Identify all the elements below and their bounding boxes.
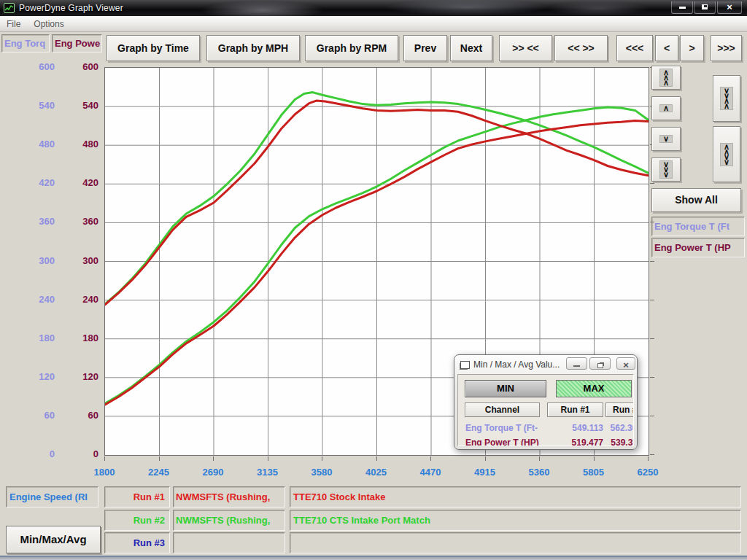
x-axis-tick <box>213 456 214 461</box>
close-icon: × <box>623 359 629 370</box>
chevron-glyph: ∨ <box>663 172 669 177</box>
y-axis-label-torque: 0 <box>13 448 55 460</box>
restore-icon <box>597 363 603 368</box>
prev-button[interactable]: Prev <box>403 35 447 61</box>
chevron-glyph: ∨ <box>663 136 669 141</box>
minmax-run2-value: 562.362 <box>605 423 634 433</box>
minmax-avg-window[interactable]: Min / Max / Avg Valu... × MIN MAX Channe… <box>454 354 638 450</box>
channel-power-box[interactable]: Eng Powe <box>52 34 102 52</box>
column-header-run1: Run #1 <box>547 402 603 417</box>
minmax-restore-button[interactable] <box>589 357 611 370</box>
y-axis-label-power: 0 <box>67 448 98 460</box>
x-axis-label: 4915 <box>456 467 514 478</box>
run-2-source-box[interactable]: NWMSFTS (Rushing, <box>173 510 285 531</box>
x-axis-tick <box>648 456 649 461</box>
x-axis-label: 5360 <box>510 467 568 478</box>
x-axis-label: 2690 <box>184 467 242 478</box>
expand-scale-button[interactable]: ∧∧∨∨ <box>713 126 740 182</box>
app-icon <box>4 3 15 13</box>
minmax-minimize-button[interactable] <box>566 357 587 370</box>
chevron-glyph: ∧ <box>724 104 729 109</box>
run-2-description-box[interactable]: TTE710 CTS Intake Port Match <box>290 510 741 531</box>
zoom-in-x-button[interactable]: >> << <box>499 35 552 61</box>
window-title: PowerDyne Graph Viewer <box>19 3 123 13</box>
maximize-button[interactable] <box>694 1 716 14</box>
x-axis-tick <box>485 456 486 461</box>
y-axis-label-torque: 180 <box>13 332 55 344</box>
y-axis-label-torque: 480 <box>13 139 55 150</box>
chevron-icon: ∧∧∧ <box>659 69 673 87</box>
minmax-avg-button[interactable]: Min/Max/Avg <box>6 526 101 553</box>
y-axis-tick <box>650 377 654 378</box>
minimize-icon <box>679 7 686 9</box>
channel-torque-box[interactable]: Eng Torq <box>1 34 50 52</box>
scroll-far-right-button[interactable]: >>> <box>711 35 742 61</box>
y-axis-label-torque: 300 <box>13 255 55 267</box>
y-axis-label-power: 300 <box>67 255 98 267</box>
y-axis-label-power: 420 <box>67 177 98 189</box>
chevron-icon: ∨ <box>659 135 673 143</box>
graph-by-mph-button[interactable]: Graph by MPH <box>206 35 300 61</box>
graph-by-rpm-button[interactable]: Graph by RPM <box>305 35 398 61</box>
minmax-table-row: Eng Power T (HP)519.477539.311 <box>458 438 633 446</box>
run-label-3[interactable]: Run #3 <box>104 532 170 553</box>
y-axis-label-torque: 600 <box>13 61 55 73</box>
y-axis-label-power: 360 <box>67 216 98 228</box>
x-axis-channel-box[interactable]: Engine Speed (RI <box>6 486 98 508</box>
x-axis-tick <box>159 456 160 461</box>
y-axis-label-torque: 120 <box>13 371 55 383</box>
run-1-source-box[interactable]: NWMSFTS (Rushing, <box>173 486 285 508</box>
compress-scale-button[interactable]: ∨∨∧∧ <box>713 75 740 122</box>
run-label-1[interactable]: Run #1 <box>104 486 170 508</box>
show-all-button[interactable]: Show All <box>651 188 741 212</box>
column-header-run2: Run #2 <box>605 402 634 417</box>
max-tab-button[interactable]: MAX <box>556 380 632 397</box>
maximize-icon <box>702 4 708 9</box>
scroll-right-button[interactable]: > <box>680 35 704 61</box>
scroll-left-button[interactable]: < <box>655 35 678 61</box>
y-axis-label-power: 540 <box>67 100 98 112</box>
scroll-down-button[interactable]: ∨ <box>651 127 681 151</box>
scroll-down-fast-button[interactable]: ∨∨∨ <box>651 158 681 182</box>
close-icon: × <box>727 1 732 12</box>
minmax-run2-value: 539.311 <box>605 438 634 446</box>
zoom-out-x-button[interactable]: << >> <box>554 35 608 61</box>
y-axis-label-torque: 360 <box>13 216 55 228</box>
scroll-up-fast-button[interactable]: ∧∧∧ <box>651 66 681 90</box>
chevron-icon: ∧∧∨∨ <box>720 143 733 166</box>
run-label-2[interactable]: Run #2 <box>104 510 170 531</box>
legend-eng-torque[interactable]: Eng Torque T (Ft <box>651 217 745 236</box>
minmax-title-bar[interactable]: Min / Max / Avg Valu... × <box>454 355 637 374</box>
scroll-up-button[interactable]: ∧ <box>651 96 681 120</box>
menu-options[interactable]: Options <box>27 18 70 31</box>
x-axis-label: 5805 <box>565 467 623 478</box>
next-button[interactable]: Next <box>450 35 492 61</box>
title-bar: PowerDyne Graph Viewer × <box>0 0 747 16</box>
legend-eng-power[interactable]: Eng Power T (HP <box>651 238 745 257</box>
close-button[interactable]: × <box>717 1 742 14</box>
chevron-icon: ∧ <box>659 104 673 112</box>
y-axis-label-power: 60 <box>67 410 98 421</box>
run-3-description-box[interactable] <box>290 532 741 553</box>
x-axis-label: 4025 <box>347 467 406 478</box>
minmax-run1-value: 549.113 <box>547 423 603 433</box>
menu-file[interactable]: File <box>0 18 27 31</box>
x-axis-label: 2245 <box>130 467 188 478</box>
y-axis-label-power: 600 <box>67 61 98 73</box>
chevron-icon: ∨∨∨ <box>659 160 673 179</box>
x-axis-tick <box>539 456 540 461</box>
y-axis-tick <box>650 300 654 300</box>
minmax-close-button[interactable]: × <box>616 357 635 370</box>
x-axis-tick <box>376 456 377 461</box>
graph-by-time-button[interactable]: Graph by Time <box>107 35 200 61</box>
powerdyne-app-window: PowerDyne Graph Viewer × File Options En… <box>0 0 747 560</box>
scroll-far-left-button[interactable]: <<< <box>616 35 653 61</box>
x-axis-tick <box>268 456 268 461</box>
y-axis-label-torque: 60 <box>13 410 55 421</box>
minimize-button[interactable] <box>671 1 693 14</box>
y-axis-label-torque: 420 <box>13 177 55 189</box>
min-tab-button[interactable]: MIN <box>465 380 546 397</box>
run-3-source-box[interactable] <box>173 532 285 553</box>
run-1-description-box[interactable]: TTE710 Stock Intake <box>290 486 741 508</box>
minmax-window-title: Min / Max / Avg Valu... <box>473 359 560 370</box>
